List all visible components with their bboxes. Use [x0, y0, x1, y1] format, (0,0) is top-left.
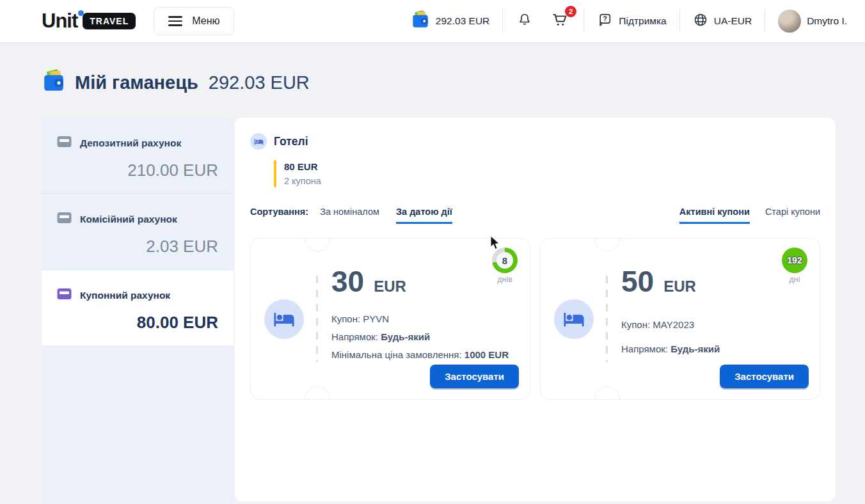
coupon-value: 30 [331, 267, 364, 296]
sorting-label: Сортування: [250, 207, 308, 217]
support-label: Підтримка [619, 15, 666, 27]
brand-logo-badge: TRAVEL [83, 13, 136, 29]
account-label: Комісійний рахунок [80, 214, 177, 225]
account-amount: 80.00 EUR [57, 313, 218, 333]
header-balance-value: 292.03 EUR [436, 15, 489, 27]
hotel-bed-icon [250, 133, 267, 150]
card-icon [57, 212, 72, 226]
logo-blue-dot [78, 10, 84, 16]
ticket-dashed-divider [606, 276, 608, 362]
support-button[interactable]: ? Підтримка [597, 12, 666, 31]
brand-logo-text: Unit [42, 10, 77, 33]
hotel-bed-icon [264, 299, 304, 339]
days-pie-chart: 192 [782, 248, 807, 273]
tab-active-coupons[interactable]: Активні купони [679, 207, 750, 224]
locale-currency-selector[interactable]: UA-EUR [693, 12, 752, 30]
apply-coupon-button[interactable]: Застосувати [430, 365, 519, 388]
coupon-min-order-line: Мінімальна ціна замовлення: 1000 EUR [331, 349, 518, 360]
category-summary: 80 EUR 2 купона [274, 160, 820, 187]
hamburger-icon [168, 16, 182, 26]
sidebar-item-commission-account[interactable]: Комісійний рахунок 2.03 EUR [42, 194, 234, 270]
days-unit: дні [780, 275, 809, 284]
days-remaining-badge: 8 днів [490, 248, 520, 284]
tab-old-coupons[interactable]: Старі купони [765, 207, 820, 224]
coupon-cards-row: 30 EUR Купон: PYVN Напрямок: Будь-який М… [250, 238, 820, 400]
page-title-row: Мій гаманець 292.03 EUR [42, 69, 865, 96]
category-total: 80 EUR [284, 161, 321, 172]
header-divider [765, 9, 765, 33]
category-coupon-count: 2 купона [284, 176, 321, 186]
coupon-code-line: Купон: PYVN [331, 313, 518, 324]
top-header: Unit TRAVEL Меню 292.03 EUR [0, 0, 865, 42]
coupon-direction-line: Напрямок: Будь-який [621, 343, 808, 354]
days-unit: днів [490, 275, 520, 284]
account-amount: 210.00 EUR [57, 161, 218, 180]
coupon-card: 50 EUR Купон: MAY2023 Напрямок: Будь-яки… [540, 238, 820, 400]
user-name: Dmytro I. [807, 15, 847, 27]
coupon-code-line: Купон: MAY2023 [621, 319, 808, 330]
wallet-accounts-sidebar: Депозитний рахунок 210.00 EUR Комісійний… [42, 118, 234, 504]
header-divider [502, 9, 503, 33]
page-title: Мій гаманець [75, 72, 198, 93]
page-title-amount: 292.03 EUR [209, 72, 310, 93]
sort-and-tabs-row: Сортування: За номіналом За датою дії Ак… [250, 207, 820, 224]
globe-icon [693, 12, 708, 30]
coupon-currency: EUR [374, 278, 406, 295]
days-value: 8 [496, 252, 513, 269]
notifications-button[interactable] [516, 11, 534, 31]
cart-button[interactable]: 2 [550, 10, 571, 32]
coupon-currency: EUR [663, 278, 696, 295]
wallet-icon [411, 10, 430, 32]
account-label: Купонний рахунок [80, 290, 170, 301]
days-remaining-badge: 192 дні [780, 248, 809, 284]
account-label: Депозитний рахунок [80, 138, 181, 149]
days-value: 192 [786, 252, 803, 269]
sidebar-item-coupon-account[interactable]: Купонний рахунок 80.00 EUR [42, 270, 234, 345]
sidebar-item-deposit-account[interactable]: Депозитний рахунок 210.00 EUR [42, 118, 234, 194]
summary-accent-bar [274, 160, 276, 187]
ticket-dashed-divider [316, 276, 318, 362]
account-amount: 2.03 EUR [57, 237, 218, 256]
cart-count-badge: 2 [565, 6, 576, 17]
card-icon [57, 136, 72, 150]
category-title: Готелі [274, 135, 308, 148]
days-pie-chart: 8 [492, 248, 518, 273]
bell-icon [517, 12, 532, 30]
sort-option-by-date[interactable]: За датою дії [396, 207, 452, 224]
header-wallet-balance[interactable]: 292.03 EUR [411, 10, 489, 32]
brand-logo[interactable]: Unit TRAVEL [42, 10, 136, 33]
hotel-bed-icon [554, 299, 594, 339]
user-avatar [778, 10, 801, 33]
category-header: Готелі [250, 133, 820, 150]
menu-button-label: Меню [192, 15, 219, 27]
coupon-value: 50 [621, 267, 654, 296]
support-chat-icon: ? [597, 12, 613, 31]
header-divider [583, 9, 584, 33]
coupon-card: 30 EUR Купон: PYVN Напрямок: Будь-який М… [250, 238, 530, 400]
card-icon [57, 288, 72, 303]
coupon-tabs: Активні купони Старі купони [679, 207, 820, 224]
coupons-panel: Готелі 80 EUR 2 купона Сортування: За но… [235, 118, 836, 501]
sort-option-by-value[interactable]: За номіналом [320, 207, 379, 222]
apply-coupon-button[interactable]: Застосувати [720, 365, 809, 388]
menu-button[interactable]: Меню [154, 7, 234, 35]
user-menu[interactable]: Dmytro I. [778, 10, 847, 33]
svg-text:?: ? [603, 15, 607, 22]
header-divider [679, 9, 680, 33]
wallet-icon [42, 69, 66, 96]
locale-label: UA-EUR [714, 15, 752, 27]
coupon-direction-line: Напрямок: Будь-який [331, 331, 518, 342]
